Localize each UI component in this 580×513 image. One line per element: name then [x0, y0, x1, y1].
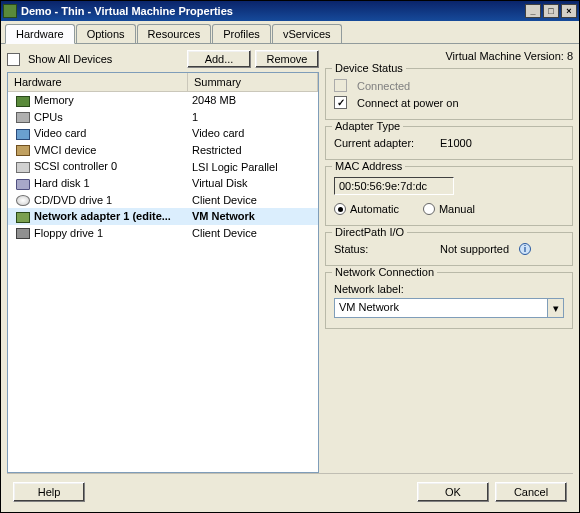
group-network-connection: Network Connection Network label: VM Net… — [325, 272, 573, 329]
device-toolbar: Show All Devices Add... Remove — [7, 50, 319, 68]
app-icon — [3, 4, 17, 18]
device-icon — [16, 96, 30, 107]
device-name-cell: Memory — [8, 93, 188, 108]
tab-vservices[interactable]: vServices — [272, 24, 342, 43]
legend-adapter-type: Adapter Type — [332, 120, 403, 132]
mac-manual-label: Manual — [439, 203, 475, 215]
device-summary: 1 — [188, 110, 318, 124]
show-all-devices-checkbox[interactable] — [7, 53, 20, 66]
device-icon — [16, 145, 30, 156]
tab-profiles[interactable]: Profiles — [212, 24, 271, 43]
tab-options[interactable]: Options — [76, 24, 136, 43]
device-name: CPUs — [34, 111, 63, 123]
device-row[interactable]: CD/DVD drive 1Client Device — [8, 192, 318, 209]
directpath-status-value: Not supported — [440, 243, 509, 255]
device-name: Hard disk 1 — [34, 177, 90, 189]
titlebar: Demo - Thin - Virtual Machine Properties… — [1, 1, 579, 21]
legend-directpath: DirectPath I/O — [332, 226, 407, 238]
group-mac-address: MAC Address 00:50:56:9e:7d:dc Automatic … — [325, 166, 573, 226]
tab-resources[interactable]: Resources — [137, 24, 212, 43]
adapter-type-value: E1000 — [440, 137, 472, 149]
directpath-status-label: Status: — [334, 243, 434, 255]
connect-power-on-label: Connect at power on — [357, 97, 459, 109]
device-row[interactable]: Network adapter 1 (edite...VM Network — [8, 208, 318, 225]
window-title: Demo - Thin - Virtual Machine Properties — [21, 5, 523, 17]
device-summary: VM Network — [188, 209, 318, 223]
device-summary: Client Device — [188, 226, 318, 240]
device-name-cell: Floppy drive 1 — [8, 226, 188, 241]
device-name: VMCI device — [34, 144, 96, 156]
device-icon — [16, 195, 30, 206]
mac-manual-radio[interactable] — [423, 203, 435, 215]
legend-mac: MAC Address — [332, 160, 405, 172]
mac-automatic-radio[interactable] — [334, 203, 346, 215]
device-icon — [16, 212, 30, 223]
connected-label: Connected — [357, 80, 410, 92]
minimize-button[interactable]: _ — [525, 4, 541, 18]
device-name: Floppy drive 1 — [34, 227, 103, 239]
device-name: CD/DVD drive 1 — [34, 194, 112, 206]
device-row[interactable]: Video cardVideo card — [8, 125, 318, 142]
device-list: Hardware Summary Memory2048 MBCPUs1Video… — [7, 72, 319, 473]
left-pane: Show All Devices Add... Remove Hardware … — [7, 50, 319, 473]
device-row[interactable]: VMCI deviceRestricted — [8, 142, 318, 159]
device-name: Memory — [34, 94, 74, 106]
device-summary: LSI Logic Parallel — [188, 160, 318, 174]
remove-button[interactable]: Remove — [255, 50, 319, 68]
device-name-cell: CPUs — [8, 110, 188, 125]
legend-device-status: Device Status — [332, 62, 406, 74]
tab-hardware[interactable]: Hardware — [5, 24, 75, 44]
network-label-label: Network label: — [334, 283, 564, 295]
column-hardware[interactable]: Hardware — [8, 73, 188, 91]
device-name-cell: CD/DVD drive 1 — [8, 193, 188, 208]
device-name-cell: Network adapter 1 (edite... — [8, 209, 188, 224]
adapter-type-label: Current adapter: — [334, 137, 434, 149]
show-all-devices-label: Show All Devices — [28, 53, 112, 65]
device-row[interactable]: CPUs1 — [8, 109, 318, 126]
group-adapter-type: Adapter Type Current adapter: E1000 — [325, 126, 573, 160]
device-name-cell: Video card — [8, 126, 188, 141]
device-icon — [16, 228, 30, 239]
network-label-value: VM Network — [335, 299, 547, 317]
info-icon[interactable]: i — [519, 243, 531, 255]
device-summary: 2048 MB — [188, 93, 318, 107]
device-summary: Restricted — [188, 143, 318, 157]
mac-automatic-label: Automatic — [350, 203, 399, 215]
help-button[interactable]: Help — [13, 482, 85, 502]
device-name-cell: Hard disk 1 — [8, 176, 188, 191]
device-row[interactable]: SCSI controller 0LSI Logic Parallel — [8, 158, 318, 175]
ok-button[interactable]: OK — [417, 482, 489, 502]
main: Show All Devices Add... Remove Hardware … — [7, 50, 573, 473]
device-row[interactable]: Hard disk 1Virtual Disk — [8, 175, 318, 192]
device-name: SCSI controller 0 — [34, 160, 117, 172]
device-row[interactable]: Floppy drive 1Client Device — [8, 225, 318, 242]
device-name: Network adapter 1 (edite... — [34, 210, 171, 222]
maximize-button[interactable]: □ — [543, 4, 559, 18]
network-label-select[interactable]: VM Network ▾ — [334, 298, 564, 318]
group-directpath: DirectPath I/O Status: Not supported i — [325, 232, 573, 266]
column-summary[interactable]: Summary — [188, 73, 318, 91]
device-icon — [16, 129, 30, 140]
close-button[interactable]: × — [561, 4, 577, 18]
device-summary: Video card — [188, 126, 318, 140]
right-pane: Virtual Machine Version: 8 Device Status… — [325, 50, 573, 473]
tab-strip: Hardware Options Resources Profiles vSer… — [1, 21, 579, 44]
device-list-header: Hardware Summary — [8, 73, 318, 92]
add-button[interactable]: Add... — [187, 50, 251, 68]
device-name: Video card — [34, 127, 86, 139]
connect-power-on-checkbox[interactable] — [334, 96, 347, 109]
device-row[interactable]: Memory2048 MB — [8, 92, 318, 109]
connected-checkbox — [334, 79, 347, 92]
footer: Help OK Cancel — [7, 473, 573, 506]
device-name-cell: SCSI controller 0 — [8, 159, 188, 174]
device-summary: Virtual Disk — [188, 176, 318, 190]
cancel-button[interactable]: Cancel — [495, 482, 567, 502]
device-name-cell: VMCI device — [8, 143, 188, 158]
group-device-status: Device Status Connected Connect at power… — [325, 68, 573, 120]
window: Demo - Thin - Virtual Machine Properties… — [0, 0, 580, 513]
device-icon — [16, 162, 30, 173]
chevron-down-icon[interactable]: ▾ — [547, 299, 563, 317]
device-icon — [16, 179, 30, 190]
legend-netconn: Network Connection — [332, 266, 437, 278]
device-summary: Client Device — [188, 193, 318, 207]
